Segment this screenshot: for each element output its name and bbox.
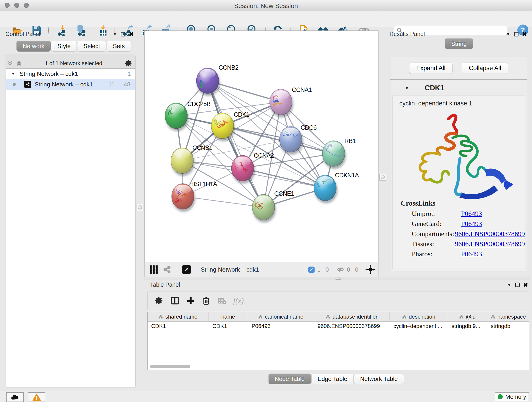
crosslink-value-link[interactable]: P06493 — [461, 220, 482, 228]
network-node-RB1[interactable]: RB1 — [322, 138, 356, 169]
node-label-CDKN1A: CDKN1A — [335, 172, 359, 179]
network-view-title: String Network – cdk1 — [201, 266, 259, 273]
toolbar-separator — [177, 264, 177, 275]
tab-style[interactable]: Style — [51, 41, 77, 51]
column-header-shared-name[interactable]: shared name — [147, 312, 209, 321]
crosslink-value-link[interactable]: P06493 — [461, 250, 482, 258]
node-label-CCNA1: CCNA1 — [292, 86, 312, 93]
column-type-icon — [491, 314, 495, 319]
network-node-CDC25B[interactable]: CDC25B — [165, 101, 210, 131]
warning-icon — [32, 394, 41, 401]
delete-column-icon[interactable] — [202, 296, 211, 305]
splitter-handle[interactable] — [335, 278, 341, 280]
network-node-CCNB1[interactable]: CCNB1 — [171, 144, 212, 176]
share-view-icon[interactable] — [162, 265, 172, 274]
crosslink-row: Compartments:9606.ENSP00000378699 — [412, 230, 525, 238]
panel-close-icon[interactable]: ✖ — [129, 32, 134, 36]
crosslink-value-link[interactable]: 9606.ENSP00000378699 — [455, 240, 525, 248]
crosslink-value-link[interactable]: 9606.ENSP00000378699 — [455, 230, 525, 238]
tab-select[interactable]: Select — [77, 41, 106, 51]
node-table[interactable]: shared namenamecanonical namedatabase id… — [147, 312, 529, 370]
show-columns-icon[interactable] — [170, 296, 180, 306]
table-body: CDK1CDK1P064939606.ENSP00000378699cyclin… — [147, 322, 529, 331]
cloud-button[interactable] — [6, 392, 24, 402]
warning-button[interactable] — [28, 392, 45, 402]
column-header-namespace[interactable]: namespace — [487, 312, 529, 321]
node-label-CCNE1: CCNE1 — [274, 190, 294, 197]
tab-sets[interactable]: Sets — [107, 41, 131, 51]
crosslink-value-link[interactable]: P06493 — [461, 210, 482, 217]
panel-float-icon[interactable] — [514, 32, 519, 36]
hidden-eye-icon[interactable] — [336, 265, 345, 274]
delete-table-icon — [217, 296, 227, 306]
panel-menu-icon[interactable]: ▼ — [113, 32, 117, 37]
pan-crosshair-icon[interactable] — [365, 265, 375, 274]
function-builder-icon: f(x) — [233, 297, 244, 305]
panel-float-icon[interactable] — [121, 32, 125, 36]
network-edges — [176, 81, 334, 207]
tab-string[interactable]: String — [445, 38, 473, 49]
entry-collapse-icon[interactable]: ▼ — [405, 85, 409, 91]
expand-all-button[interactable]: Expand All — [409, 63, 453, 74]
network-node-CDC6[interactable]: CDC6 — [279, 124, 317, 155]
network-canvas[interactable]: CCNB2CCNA1CDC25BCDK1CDC6RB1CCNB1CCNA2CDK… — [144, 31, 379, 262]
expand-all-networks-icon[interactable] — [16, 60, 22, 67]
protein-structure-image — [395, 109, 523, 199]
memory-label: Memory — [505, 394, 526, 400]
tab-node-table[interactable]: Node Table — [268, 374, 311, 384]
table-horizontal-scrollbar[interactable] — [150, 365, 190, 368]
collapse-all-networks-icon[interactable] — [7, 60, 14, 67]
network-edge-CCNB2-CCNE1[interactable] — [208, 81, 264, 207]
memory-button[interactable]: Memory — [495, 392, 529, 401]
collapse-all-button[interactable]: Collapse All — [462, 63, 508, 74]
table-gear-icon[interactable] — [154, 296, 164, 305]
network-collection-row[interactable]: ▼ String Network – cdk1 1 — [6, 69, 135, 79]
gear-icon[interactable] — [125, 59, 133, 67]
grid-view-icon[interactable] — [150, 265, 158, 274]
tree-expand-icon[interactable]: ▼ — [11, 71, 15, 76]
column-header-description[interactable]: description — [390, 312, 448, 321]
network-row[interactable]: String Network – cdk1 11 48 — [6, 79, 135, 89]
network-node-CCNE1[interactable]: CCNE1 — [252, 190, 294, 223]
node-label-RB1: RB1 — [344, 138, 356, 144]
table-row[interactable]: CDK1CDK1P064939606.ENSP00000378699cyclin… — [147, 322, 529, 331]
tab-edge-table[interactable]: Edge Table — [311, 374, 354, 384]
add-column-icon[interactable] — [186, 296, 195, 305]
tab-network-table[interactable]: Network Table — [354, 374, 404, 384]
network-node-CDK1[interactable]: CDK1 — [211, 111, 249, 141]
network-node-CCNA2[interactable]: CCNA2 — [231, 152, 274, 184]
network-view-toolbar: String Network – cdk1 ✓ 1 - 0 0 - 0 — [144, 262, 379, 277]
column-header-canonical-name[interactable]: canonical name — [248, 312, 314, 321]
node-label-HIST1H1A: HIST1H1A — [189, 181, 217, 187]
network-node-CCNB2[interactable]: CCNB2 — [196, 64, 239, 96]
network-status-dot-icon — [13, 83, 16, 86]
column-header--id[interactable]: @id — [448, 312, 487, 321]
hidden-count: 0 - 0 — [347, 266, 358, 273]
panel-menu-icon[interactable]: ▼ — [506, 32, 510, 37]
splitter-handle[interactable] — [380, 174, 386, 181]
panel-close-icon[interactable]: ✖ — [523, 283, 528, 287]
tab-network[interactable]: Network — [17, 41, 51, 51]
network-row-label: String Network – cdk1 — [35, 81, 108, 88]
window-title: Session: New Session — [0, 2, 532, 10]
entry-header[interactable]: ▼ CDK1 — [390, 81, 527, 95]
memory-status-icon — [498, 394, 503, 399]
collection-count: 1 — [128, 70, 131, 77]
panel-close-icon[interactable]: ✖ — [522, 32, 527, 36]
node-count: 11 — [108, 81, 114, 88]
selected-checkbox[interactable]: ✓ — [308, 267, 315, 273]
node-label-CDC25B: CDC25B — [187, 101, 210, 108]
detach-view-icon[interactable] — [182, 265, 191, 274]
entry-description: cyclin–dependent kinase 1 — [399, 100, 525, 107]
network-node-CCNA1[interactable]: CCNA1 — [270, 86, 312, 117]
network-node-CDKN1A[interactable]: CDKN1A — [314, 172, 359, 203]
panel-menu-icon[interactable]: ▼ — [507, 282, 511, 287]
column-header-database-identifier[interactable]: database identifier — [314, 312, 390, 321]
panel-float-icon[interactable] — [515, 283, 520, 287]
network-node-HIST1H1A[interactable]: HIST1H1A — [172, 181, 217, 212]
table-tabs: Node TableEdge TableNetwork Table — [268, 374, 404, 384]
control-panel-title: Control Panel — [6, 31, 40, 37]
vertical-splitter[interactable] — [136, 27, 145, 391]
splitter-handle[interactable] — [137, 204, 143, 211]
column-header-name[interactable]: name — [209, 312, 248, 321]
